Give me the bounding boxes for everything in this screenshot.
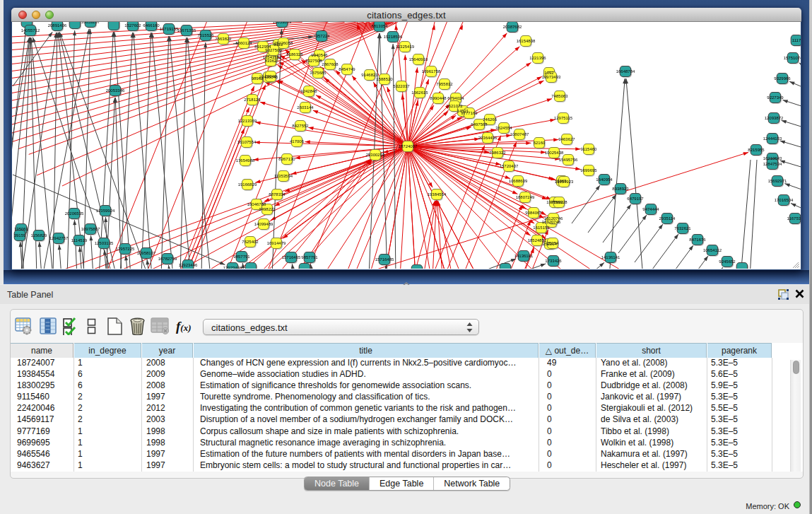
svg-text:746266: 746266 (483, 117, 498, 122)
svg-text:8990448: 8990448 (430, 96, 447, 100)
svg-text:39159: 39159 (14, 233, 26, 238)
svg-text:135061: 135061 (14, 227, 29, 231)
svg-text:9329966: 9329966 (774, 76, 791, 81)
svg-text:17957225: 17957225 (116, 247, 135, 251)
svg-text:9084067: 9084067 (525, 211, 542, 215)
svg-text:6794024: 6794024 (447, 96, 464, 100)
svg-text:1117: 1117 (792, 38, 801, 42)
svg-text:12444153: 12444153 (763, 136, 782, 141)
svg-text:8186328: 8186328 (286, 52, 303, 57)
svg-text:10025438: 10025438 (545, 151, 564, 155)
svg-text:1640954: 1640954 (596, 177, 613, 182)
svg-text:19654923: 19654923 (555, 180, 574, 184)
svg-text:16107554: 16107554 (237, 140, 257, 144)
svg-text:10688609: 10688609 (509, 179, 528, 183)
svg-text:9777169: 9777169 (461, 111, 478, 115)
svg-text:15226058: 15226058 (274, 41, 293, 45)
svg-text:16671355: 16671355 (177, 28, 196, 33)
svg-text:20046: 20046 (265, 74, 277, 78)
svg-text:2603144: 2603144 (297, 105, 314, 110)
svg-text:12942757: 12942757 (49, 236, 69, 240)
svg-text:20891406: 20891406 (48, 23, 67, 28)
svg-text:25300293: 25300293 (366, 153, 385, 157)
svg-text:16961758: 16961758 (422, 69, 441, 74)
svg-text:9245652: 9245652 (719, 259, 736, 264)
svg-text:11325419: 11325419 (396, 45, 415, 49)
svg-text:20053346: 20053346 (106, 88, 125, 93)
svg-text:12847534: 12847534 (763, 162, 782, 166)
svg-text:9463627: 9463627 (558, 137, 575, 141)
svg-text:20206535: 20206535 (65, 211, 84, 216)
svg-text:8471676: 8471676 (689, 238, 706, 242)
svg-text:8878334: 8878334 (269, 192, 286, 197)
svg-text:12923448: 12923448 (223, 266, 242, 269)
svg-text:6479197: 6479197 (627, 197, 644, 201)
svg-text:9474444: 9474444 (642, 207, 659, 211)
svg-text:16210643: 16210643 (763, 156, 782, 160)
svg-text:1621072: 1621072 (446, 104, 463, 108)
svg-text:11353594: 11353594 (274, 174, 293, 178)
svg-text:3624554: 3624554 (495, 126, 512, 130)
svg-text:9857791: 9857791 (233, 255, 250, 259)
svg-text:9227349: 9227349 (767, 95, 784, 100)
svg-text:15640910: 15640910 (409, 57, 428, 62)
svg-text:6497568: 6497568 (471, 122, 488, 127)
svg-text:7955812: 7955812 (436, 82, 453, 86)
svg-text:12213369: 12213369 (238, 119, 257, 123)
svg-text:1156829: 1156829 (31, 233, 48, 238)
svg-text:1221396: 1221396 (529, 56, 546, 60)
svg-text:10653267: 10653267 (81, 22, 100, 24)
svg-text:18724007: 18724007 (399, 144, 418, 148)
svg-text:2718126: 2718126 (244, 98, 261, 102)
svg-text:19166829: 19166829 (238, 182, 257, 187)
svg-text:83362: 83362 (265, 59, 277, 63)
svg-text:17359924: 17359924 (96, 209, 115, 213)
svg-text:20387682: 20387682 (503, 25, 522, 29)
svg-text:16120746: 16120746 (544, 216, 563, 221)
svg-text:8267130: 8267130 (278, 157, 295, 161)
svg-text:1527602: 1527602 (124, 23, 141, 28)
svg-text:7357224: 7357224 (313, 34, 330, 38)
svg-text:1562615: 1562615 (411, 90, 428, 95)
svg-text:14099489: 14099489 (254, 222, 273, 226)
svg-text:9699695: 9699695 (580, 168, 597, 173)
svg-text:14136141: 14136141 (514, 254, 534, 258)
svg-text:10719155: 10719155 (160, 27, 179, 31)
svg-text:16648784: 16648784 (616, 69, 635, 74)
svg-text:20364436: 20364436 (478, 136, 498, 140)
svg-text:7986322: 7986322 (489, 151, 506, 155)
svg-text:7625402: 7625402 (242, 240, 259, 244)
svg-text:12093872: 12093872 (765, 116, 784, 120)
svg-text:7663822: 7663822 (215, 37, 232, 41)
svg-text:9756928: 9756928 (551, 200, 567, 204)
svg-text:14136141: 14136141 (601, 255, 620, 259)
svg-text:3675685: 3675685 (310, 71, 326, 75)
svg-text:2867608: 2867608 (322, 62, 339, 66)
svg-text:17654988: 17654988 (236, 158, 255, 163)
svg-text:2935114: 2935114 (659, 216, 676, 221)
svg-text:16046788: 16046788 (247, 202, 266, 206)
svg-text:15751074: 15751074 (784, 56, 801, 60)
svg-text:19384554: 19384554 (428, 192, 447, 197)
svg-text:1498222: 1498222 (259, 207, 276, 211)
svg-text:9340546: 9340546 (311, 53, 328, 57)
svg-text:16782759: 16782759 (158, 257, 177, 261)
svg-text:6466160: 6466160 (143, 23, 160, 28)
svg-text:15716465: 15716465 (282, 255, 301, 259)
svg-text:15720407: 15720407 (500, 164, 519, 168)
svg-text:10807487: 10807487 (510, 132, 529, 136)
svg-text:1588520: 1588520 (376, 77, 393, 81)
svg-text:62160: 62160 (534, 141, 546, 145)
svg-text:16154808: 16154808 (517, 39, 536, 43)
svg-text:8813054: 8813054 (371, 24, 388, 28)
svg-text:15692971: 15692971 (768, 179, 787, 183)
svg-text:7515526: 7515526 (197, 33, 214, 37)
svg-text:5322037: 5322037 (393, 84, 410, 88)
svg-text:9327500: 9327500 (265, 48, 282, 52)
svg-text:8454749: 8454749 (339, 67, 355, 71)
svg-text:9115460: 9115460 (581, 147, 598, 151)
svg-text:15716485: 15716485 (375, 257, 394, 262)
svg-text:17016504: 17016504 (775, 198, 794, 202)
svg-text:10973493: 10973493 (542, 75, 561, 79)
svg-text:8938923: 8938923 (612, 187, 629, 191)
